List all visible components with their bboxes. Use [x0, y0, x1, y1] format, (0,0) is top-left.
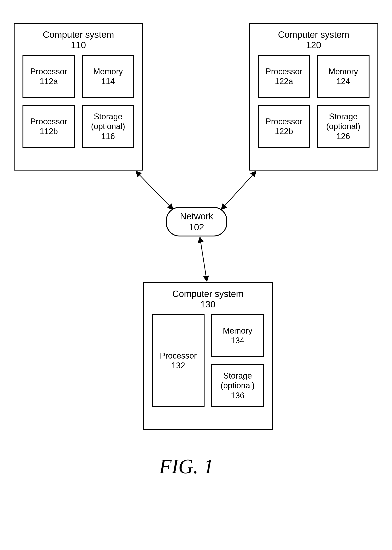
arrow-110-network — [136, 172, 173, 209]
processor-112a: Processor 112a — [22, 55, 75, 98]
processor-112b: Processor 112b — [22, 105, 75, 148]
storage-136: Storage (optional) 136 — [211, 364, 264, 407]
system-title: Computer system 110 — [14, 29, 142, 50]
network-label: Network 102 — [180, 211, 213, 233]
diagram-canvas: Computer system 110 Processor 112a Memor… — [9, 9, 383, 541]
computer-system-120: Computer system 120 Processor 122a Memor… — [249, 23, 378, 170]
system-title: Computer system 130 — [144, 289, 272, 310]
component-grid: Processor 122a Memory 124 Processor 122b… — [250, 55, 378, 156]
memory-114: Memory 114 — [82, 55, 134, 98]
network-node: Network 102 — [166, 207, 227, 236]
processor-132: Processor 132 — [152, 314, 204, 407]
storage-126: Storage (optional) 126 — [317, 105, 370, 148]
arrow-network-130 — [200, 238, 207, 281]
computer-system-130: Computer system 130 Processor 132 Memory… — [143, 282, 273, 430]
system-title: Computer system 120 — [250, 29, 378, 50]
computer-system-110: Computer system 110 Processor 112a Memor… — [14, 23, 143, 170]
processor-122a: Processor 122a — [258, 55, 310, 98]
storage-116: Storage (optional) 116 — [82, 105, 134, 148]
memory-134: Memory 134 — [211, 314, 264, 357]
component-grid: Processor 132 Memory 134 Storage (option… — [144, 314, 272, 415]
processor-122b: Processor 122b — [258, 105, 310, 148]
arrow-120-network — [222, 172, 256, 209]
memory-124: Memory 124 — [317, 55, 370, 98]
component-grid: Processor 112a Memory 114 Processor 112b… — [14, 55, 142, 156]
figure-label: FIG. 1 — [159, 455, 214, 478]
